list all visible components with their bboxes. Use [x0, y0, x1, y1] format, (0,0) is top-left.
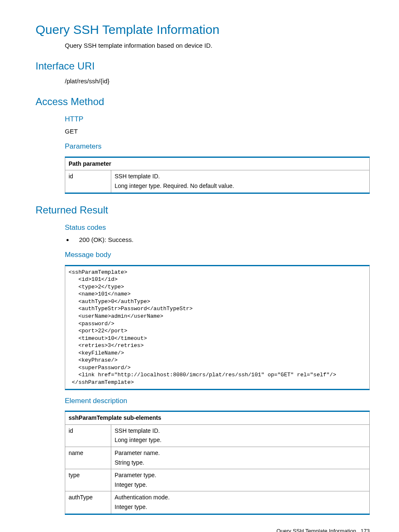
table-row: id SSH template ID. Long integer type. R… — [65, 170, 370, 193]
http-value: GET — [65, 127, 370, 136]
elem-desc: SSH template ID. Long integer type. — [111, 424, 370, 447]
status-codes-list: 200 (OK): Success. — [73, 235, 370, 244]
path-param-header: Path parameter — [65, 157, 370, 170]
status-code-item: 200 (OK): Success. — [73, 235, 370, 244]
footer-page-number: 173 — [361, 528, 370, 532]
table-row: name Parameter name. String type. — [65, 447, 370, 469]
elem-desc: Parameter type. Integer type. — [111, 469, 370, 491]
elem-name: authType — [65, 491, 111, 514]
returned-result-heading: Returned Result — [36, 203, 370, 217]
message-body-code: <sshParamTemplate> <id>101</id> <type>2<… — [65, 265, 370, 390]
elem-name: type — [65, 469, 111, 491]
page-footer: Query SSH Template Information 173 — [36, 527, 370, 532]
access-method-heading: Access Method — [36, 95, 370, 109]
table-row: id SSH template ID. Long integer type. — [65, 424, 370, 447]
param-name: id — [65, 170, 111, 193]
elem-desc-header: sshParamTemplate sub-elements — [65, 411, 370, 425]
path-parameter-table: Path parameter id SSH template ID. Long … — [65, 157, 370, 194]
table-row: type Parameter type. Integer type. — [65, 469, 370, 491]
element-description-label: Element description — [65, 396, 370, 406]
elem-desc: Authentication mode. Integer type. — [111, 491, 370, 514]
interface-uri-heading: Interface URI — [36, 59, 370, 73]
page-title: Query SSH Template Information — [36, 21, 370, 39]
element-description-table: sshParamTemplate sub-elements id SSH tem… — [65, 411, 370, 514]
elem-name: id — [65, 424, 111, 447]
footer-title: Query SSH Template Information — [276, 528, 356, 532]
elem-name: name — [65, 447, 111, 469]
status-codes-label: Status codes — [65, 223, 370, 233]
elem-desc: Parameter name. String type. — [111, 447, 370, 469]
http-label: HTTP — [65, 114, 370, 124]
parameters-label: Parameters — [65, 141, 370, 152]
param-desc: SSH template ID. Long integer type. Requ… — [111, 170, 370, 193]
message-body-label: Message body — [65, 250, 370, 260]
interface-uri-value: /plat/res/ssh/{id} — [65, 77, 370, 85]
page-description: Query SSH template information based on … — [65, 41, 370, 50]
table-row: authType Authentication mode. Integer ty… — [65, 491, 370, 514]
